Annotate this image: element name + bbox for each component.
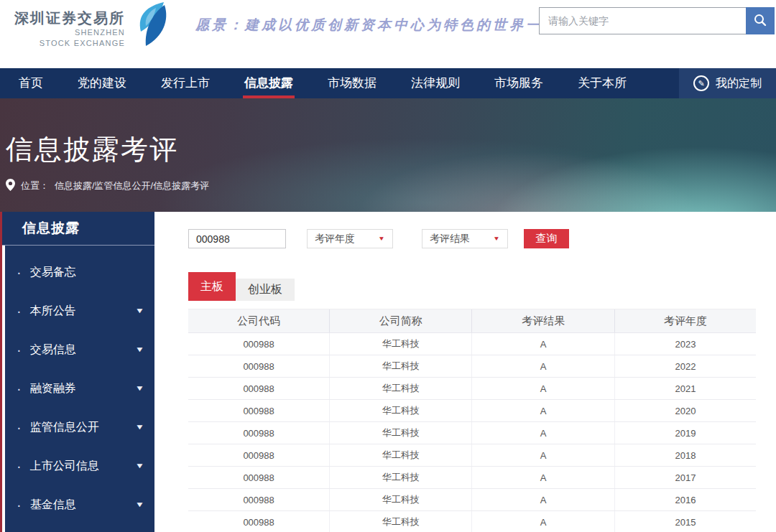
pencil-circle-icon: ✎ xyxy=(693,75,709,91)
nav-item-market-data[interactable]: 市场数据 xyxy=(310,68,394,98)
cell-evaluation-year: 2019 xyxy=(614,422,756,444)
sidebar-item-label: 交易信息 xyxy=(30,342,76,358)
table-row: 000988 华工科技 A 2021 xyxy=(188,378,756,400)
my-customization-button[interactable]: ✎ 我的定制 xyxy=(679,68,776,98)
cell-company-name: 华工科技 xyxy=(330,400,472,422)
sidebar-item-label: 基金信息 xyxy=(30,498,76,513)
board-tabs: 主板 创业板 xyxy=(188,272,756,301)
nav-item-market-services[interactable]: 市场服务 xyxy=(477,68,560,98)
col-company-code: 公司代码 xyxy=(188,309,330,333)
chevron-down-icon: ▼ xyxy=(493,235,500,242)
cell-company-name: 华工科技 xyxy=(330,422,472,444)
main-content: 考评年度 ▼ 考评结果 ▼ 查询 主板 创业板 公司代码 公司简称 考评结果 考… xyxy=(188,212,756,532)
sidebar-item-exchange-notices[interactable]: · 本所公告 ▼ xyxy=(5,291,154,330)
search-input[interactable] xyxy=(539,7,746,34)
cell-evaluation-result: A xyxy=(472,467,614,489)
cell-company-code: 000988 xyxy=(188,467,330,489)
page-title: 信息披露考评 xyxy=(6,98,776,168)
cell-evaluation-result: A xyxy=(472,511,614,532)
bullet-icon: · xyxy=(17,420,22,434)
cell-company-name: 华工科技 xyxy=(330,444,472,467)
col-evaluation-year: 考评年度 xyxy=(614,309,756,333)
bullet-icon: · xyxy=(17,304,22,318)
cell-company-name: 华工科技 xyxy=(330,511,472,532)
cell-evaluation-year: 2021 xyxy=(614,378,756,400)
tab-main-board[interactable]: 主板 xyxy=(188,272,236,301)
cell-evaluation-year: 2015 xyxy=(614,511,756,532)
cell-company-code: 000988 xyxy=(188,400,330,422)
bullet-icon: · xyxy=(17,459,22,473)
search-icon xyxy=(754,14,767,29)
cell-company-name: 华工科技 xyxy=(330,355,472,378)
breadcrumb-path[interactable]: 信息披露/监管信息公开/信息披露考评 xyxy=(55,179,209,192)
cell-company-name: 华工科技 xyxy=(330,467,472,489)
logo-text: 深圳证券交易所 SHENZHEN STOCK EXCHANGE xyxy=(14,9,125,49)
bullet-icon: · xyxy=(17,265,22,279)
sidebar-item-listed-company-info[interactable]: · 上市公司信息 ▼ xyxy=(5,447,154,485)
filter-bar: 考评年度 ▼ 考评结果 ▼ 查询 xyxy=(188,229,756,248)
nav-item-listing[interactable]: 发行上市 xyxy=(144,68,227,98)
table-row: 000988 华工科技 A 2022 xyxy=(188,355,756,378)
table-row: 000988 华工科技 A 2017 xyxy=(188,467,756,489)
szse-logo[interactable]: 深圳证券交易所 SHENZHEN STOCK EXCHANGE xyxy=(14,9,171,50)
evaluation-year-label: 考评年度 xyxy=(315,233,355,246)
page-body: 信息披露 · 交易备忘 · 本所公告 ▼ · 交易信息 ▼ · 融资融券 ▼ xyxy=(0,212,776,532)
chevron-down-icon: ▼ xyxy=(135,346,144,354)
search-button[interactable] xyxy=(746,7,775,34)
col-evaluation-result: 考评结果 xyxy=(472,309,614,333)
tab-chinext[interactable]: 创业板 xyxy=(236,279,295,301)
sidebar-item-label: 融资融券 xyxy=(30,381,76,396)
company-code-input[interactable] xyxy=(188,229,286,248)
cell-evaluation-result: A xyxy=(472,378,614,400)
cell-company-code: 000988 xyxy=(188,444,330,467)
evaluation-results-table: 公司代码 公司简称 考评结果 考评年度 000988 华工科技 A 2023 0… xyxy=(188,309,756,532)
cell-company-name: 华工科技 xyxy=(330,333,472,355)
sidebar-title: 信息披露 xyxy=(2,212,154,246)
nav-item-legal-rules[interactable]: 法律规则 xyxy=(394,68,477,98)
location-pin-icon xyxy=(6,179,15,193)
sidebar-item-label: 交易备忘 xyxy=(30,265,76,280)
sidebar: 信息披露 · 交易备忘 · 本所公告 ▼ · 交易信息 ▼ · 融资融券 ▼ xyxy=(0,212,154,532)
cell-evaluation-year: 2020 xyxy=(614,400,756,422)
query-button[interactable]: 查询 xyxy=(524,229,569,248)
table-row: 000988 华工科技 A 2020 xyxy=(188,400,756,422)
col-company-name: 公司简称 xyxy=(330,309,472,333)
cell-evaluation-year: 2017 xyxy=(614,467,756,489)
bullet-icon: · xyxy=(17,381,22,396)
table-row: 000988 华工科技 A 2016 xyxy=(188,489,756,511)
breadcrumb: 位置： 信息披露/监管信息公开/信息披露考评 xyxy=(6,179,776,193)
table-row: 000988 华工科技 A 2023 xyxy=(188,333,756,355)
evaluation-result-dropdown[interactable]: 考评结果 ▼ xyxy=(422,229,508,248)
cell-evaluation-year: 2022 xyxy=(614,355,756,378)
cell-company-name: 华工科技 xyxy=(330,489,472,511)
nav-item-party-building[interactable]: 党的建设 xyxy=(60,68,144,98)
bullet-icon: · xyxy=(17,498,22,512)
evaluation-year-dropdown[interactable]: 考评年度 ▼ xyxy=(307,229,393,248)
sidebar-item-regulatory-disclosure[interactable]: · 监管信息公开 ▼ xyxy=(5,408,154,447)
sidebar-item-fund-info[interactable]: · 基金信息 ▼ xyxy=(5,485,154,524)
nav-item-disclosure[interactable]: 信息披露 xyxy=(227,68,310,98)
hero-banner: 信息披露考评 位置： 信息披露/监管信息公开/信息披露考评 xyxy=(0,98,776,212)
cell-company-code: 000988 xyxy=(188,333,330,355)
sidebar-item-bond-info[interactable]: · 债券信息 ▼ xyxy=(5,524,154,532)
cell-company-code: 000988 xyxy=(188,489,330,511)
cell-evaluation-result: A xyxy=(472,422,614,444)
logo-en-line1: SHENZHEN xyxy=(14,27,125,38)
sidebar-item-trading-memo[interactable]: · 交易备忘 xyxy=(5,253,154,291)
cell-company-code: 000988 xyxy=(188,511,330,532)
table-row: 000988 华工科技 A 2015 xyxy=(188,511,756,532)
sidebar-item-trading-info[interactable]: · 交易信息 ▼ xyxy=(5,330,154,369)
chevron-down-icon: ▼ xyxy=(135,462,144,470)
nav-item-about[interactable]: 关于本所 xyxy=(560,68,644,98)
logo-cn-name: 深圳证券交易所 xyxy=(14,9,125,27)
top-header: 深圳证券交易所 SHENZHEN STOCK EXCHANGE 愿景：建成以优质… xyxy=(0,0,776,68)
cell-evaluation-year: 2023 xyxy=(614,333,756,355)
evaluation-result-label: 考评结果 xyxy=(430,233,470,246)
chevron-down-icon: ▼ xyxy=(135,385,144,393)
main-nav: 首页 党的建设 发行上市 信息披露 市场数据 法律规则 市场服务 关于本所 ✎ … xyxy=(0,68,776,98)
sidebar-item-margin-trading[interactable]: · 融资融券 ▼ xyxy=(5,369,154,408)
cell-evaluation-year: 2018 xyxy=(614,444,756,467)
table-row: 000988 华工科技 A 2019 xyxy=(188,422,756,444)
nav-item-home[interactable]: 首页 xyxy=(1,68,60,98)
szse-shield-icon xyxy=(131,1,171,50)
